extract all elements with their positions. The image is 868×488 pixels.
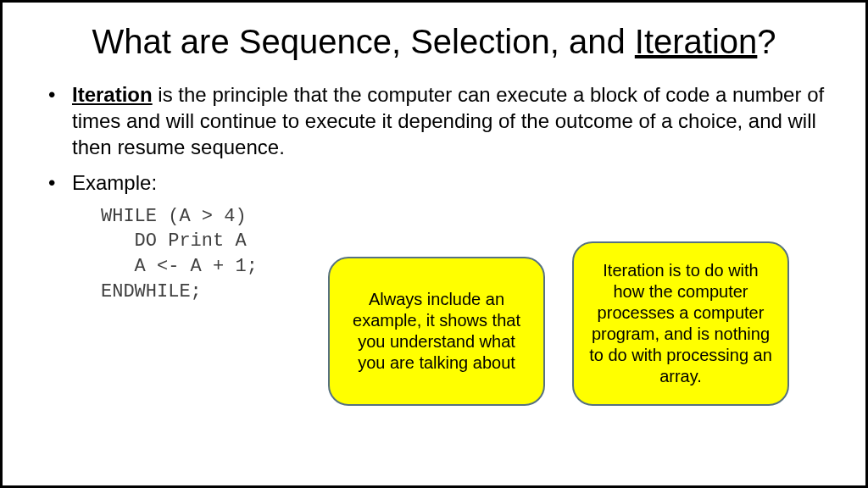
iteration-text: is the principle that the computer can e… [72,83,824,158]
example-label: Example: [72,171,157,194]
slide: What are Sequence, Selection, and Iterat… [0,0,868,488]
bullet-example: Example: [43,169,825,196]
title-suffix: ? [757,23,776,60]
title-underlined: Iteration [635,23,758,60]
callouts-container: Always include an example, it shows that… [328,241,789,406]
iteration-term: Iteration [72,83,153,106]
slide-title: What are Sequence, Selection, and Iterat… [43,23,825,61]
callout-example-tip: Always include an example, it shows that… [328,257,545,406]
callout-iteration-note: Iteration is to do with how the computer… [572,241,789,406]
bullet-list: Iteration is the principle that the comp… [43,81,825,196]
bullet-iteration: Iteration is the principle that the comp… [43,81,825,161]
title-prefix: What are Sequence, Selection, and [92,23,634,60]
